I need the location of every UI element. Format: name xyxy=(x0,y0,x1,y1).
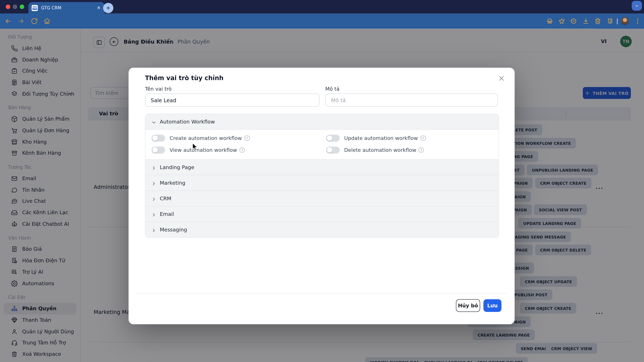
toggle-label: Delete automation workflow xyxy=(344,147,416,153)
trash-icon[interactable] xyxy=(594,17,602,25)
accordion-section-crm[interactable]: CRM xyxy=(146,191,498,206)
permission-toggle-row: Delete automation workflow? xyxy=(326,146,498,153)
favorites-star-icon[interactable] xyxy=(558,17,565,25)
help-icon[interactable]: ? xyxy=(420,135,426,141)
footer-divider xyxy=(137,294,506,294)
cancel-button[interactable]: Hủy bỏ xyxy=(456,299,480,312)
permission-toggle-row: View automation workflow? xyxy=(152,146,326,153)
close-icon[interactable] xyxy=(498,75,505,82)
screen: GTGCRM GTG CRM ✕ app.gtgcrm.com/settings… xyxy=(0,0,644,362)
incognito-icon[interactable] xyxy=(546,17,553,25)
role-name-input[interactable] xyxy=(145,93,320,107)
chevron-right-icon xyxy=(151,211,156,217)
browser-toolbar: app.gtgcrm.com/settings/access xyxy=(0,13,644,29)
accordion-section-marketing[interactable]: Marketing xyxy=(146,175,498,191)
accordion-section-label: Landing Page xyxy=(160,164,194,170)
help-icon[interactable]: ? xyxy=(240,147,245,153)
toggle-switch[interactable] xyxy=(326,135,340,142)
site-favicon: GTGCRM xyxy=(32,5,38,11)
accordion-section-messaging[interactable]: Messaging xyxy=(146,222,498,237)
browser-tab[interactable]: GTGCRM GTG CRM ✕ xyxy=(28,2,105,13)
add-role-modal: Thêm vai trò tùy chỉnh Tên vai trò Mô tả… xyxy=(129,68,515,324)
toggle-label: Update automation workflow xyxy=(344,135,418,141)
chevron-right-icon xyxy=(151,165,156,170)
chevron-right-icon xyxy=(151,180,156,186)
accordion-section-automation-workflow[interactable]: Automation Workflow xyxy=(146,114,498,130)
accordion-section-label: Automation Workflow xyxy=(160,119,215,125)
plus-icon xyxy=(106,5,111,11)
tab-close-icon[interactable]: ✕ xyxy=(97,5,100,10)
accordion-section-label: Marketing xyxy=(160,180,186,186)
description-label: Mô tả xyxy=(325,86,340,92)
description-input[interactable] xyxy=(325,93,498,107)
accordion-section-body: Create automation workflow?Update automa… xyxy=(146,130,498,160)
window-zoom-button[interactable] xyxy=(20,4,24,9)
help-icon[interactable]: ? xyxy=(418,147,424,153)
reading-list-icon[interactable] xyxy=(606,17,614,25)
browser-menu-icon[interactable] xyxy=(634,17,641,25)
toggle-label: View automation workflow xyxy=(170,147,237,153)
accordion-section-label: Email xyxy=(160,211,174,217)
back-icon[interactable] xyxy=(4,17,12,25)
save-button[interactable]: Lưu xyxy=(483,299,502,312)
window-close-button[interactable] xyxy=(6,4,10,9)
history-icon[interactable] xyxy=(570,17,577,25)
role-name-label: Tên vai trò xyxy=(145,86,172,92)
permissions-accordion: Automation WorkflowCreate automation wor… xyxy=(145,114,499,238)
accordion-section-label: Messaging xyxy=(160,227,187,233)
accordion-section-landing-page[interactable]: Landing Page xyxy=(146,160,498,175)
download-icon[interactable] xyxy=(582,17,590,25)
tab-title: GTG CRM xyxy=(41,5,97,10)
help-icon[interactable]: ? xyxy=(244,135,250,141)
toggle-switch[interactable] xyxy=(152,146,165,153)
accordion-section-label: CRM xyxy=(160,195,172,202)
toggle-label: Create automation workflow xyxy=(170,135,242,141)
toolbar-divider xyxy=(617,18,618,24)
chevron-right-icon xyxy=(151,196,156,201)
forward-icon[interactable] xyxy=(18,17,25,25)
new-tab-button[interactable] xyxy=(103,3,113,13)
mouse-cursor xyxy=(192,143,198,151)
home-icon[interactable] xyxy=(44,17,51,25)
chevron-right-icon xyxy=(151,227,156,232)
browser-tab-bar: GTGCRM GTG CRM ✕ xyxy=(0,0,644,13)
window-minimize-button[interactable] xyxy=(13,4,17,9)
permission-toggle-row: Create automation workflow? xyxy=(152,135,326,142)
reload-icon[interactable] xyxy=(31,17,38,25)
toggle-switch[interactable] xyxy=(326,146,340,153)
modal-title: Thêm vai trò tùy chỉnh xyxy=(145,74,224,82)
chevron-down-icon xyxy=(634,3,639,8)
browser-profile-avatar[interactable] xyxy=(621,17,629,25)
toggle-switch[interactable] xyxy=(152,135,165,142)
permission-toggle-row: Update automation workflow? xyxy=(326,135,498,142)
tab-search-button[interactable] xyxy=(632,1,642,11)
chevron-down-icon xyxy=(151,119,156,124)
accordion-section-email[interactable]: Email xyxy=(146,206,498,222)
